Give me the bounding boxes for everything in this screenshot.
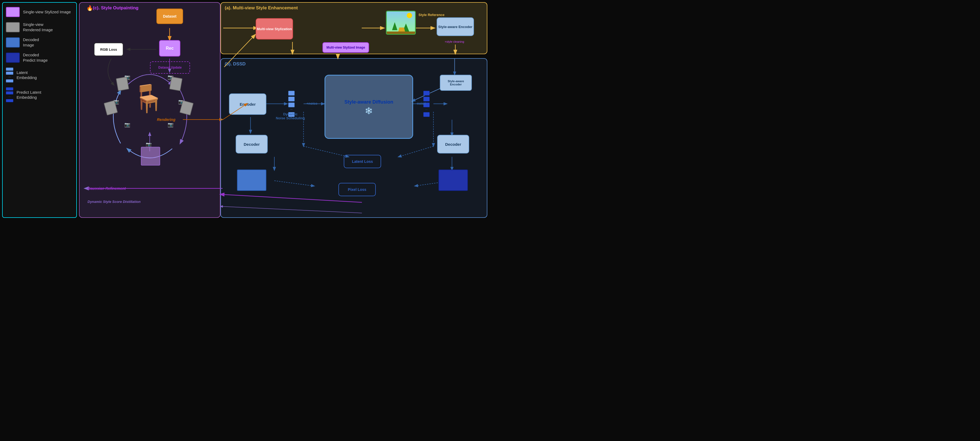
mvsi-box: Multi-view Stylized Image xyxy=(322,42,369,53)
chair-image: 🪑 xyxy=(132,83,165,114)
fire-icon: 🔥 xyxy=(86,5,93,11)
gaussian-splat-box xyxy=(141,147,160,166)
plus-noise-label: +noise xyxy=(306,102,318,105)
legend-panel: Single-view Stylized Image Single-viewRe… xyxy=(2,2,77,218)
legend-label-decoded-predict: DecodedPredict Image xyxy=(23,53,48,63)
dynamic-style-label: Dynamic Style Score Distillation xyxy=(88,200,141,204)
style-ref-image xyxy=(386,11,416,35)
rec-box: Rec xyxy=(159,40,180,57)
legend-color-rendered xyxy=(6,22,20,32)
legend-label-stylized: Single-view Stylized Image xyxy=(23,10,71,15)
pixel-loss-box: Pixel Loss xyxy=(339,183,376,196)
minus-noise-label: -noise xyxy=(416,102,426,105)
gaussian-refinement-label: Gaussian Refinement xyxy=(88,186,126,191)
svg-line-26 xyxy=(304,146,348,157)
legend-label-latent: LatentEmbedding xyxy=(16,70,37,80)
rendered-img-topright xyxy=(169,76,183,91)
rgb-loss-box: RGB Loss xyxy=(94,43,123,56)
decoded-img-box xyxy=(237,169,266,191)
rendering-label: Rendering xyxy=(157,118,175,122)
main-diagram: (c). Style Outpainting 🔥 Dataset Rec RGB… xyxy=(79,2,487,218)
svg-point-12 xyxy=(407,13,412,18)
legend-embed-predict-latent: ··· xyxy=(6,87,13,102)
mvs-box: Multi-view Stylization xyxy=(256,18,293,40)
sae-box: Style-aware Encoder xyxy=(437,18,474,36)
svg-line-29 xyxy=(274,181,314,186)
camera-bottom: 📷 xyxy=(146,142,151,147)
decoder2-box: Decoder xyxy=(437,135,469,153)
section-b-title: (b). DSSD xyxy=(225,61,245,67)
snowflake-icon: ❄️ xyxy=(365,107,373,115)
legend-label-predict-latent: Predict LatentEmbedding xyxy=(16,90,41,100)
sad-box: Style-aware Diffusion ❄️ xyxy=(325,75,413,139)
legend-color-stylized xyxy=(6,7,20,17)
svg-line-28 xyxy=(398,146,433,157)
sae-output-box: Style-awareEncoder xyxy=(440,75,472,91)
section-b: (b). DSSD Encoder ··· +noise DynamicNois… xyxy=(220,58,487,218)
style-ref-label: Style Reference xyxy=(418,13,445,17)
legend-item-stylized: Single-view Stylized Image xyxy=(6,7,73,17)
decoded-predict-img-box xyxy=(439,169,468,191)
legend-label-rendered: Single-viewRendered Image xyxy=(23,22,53,32)
legend-item-predict-latent: ··· Predict LatentEmbedding xyxy=(6,87,73,102)
dataset-update-box: Dataset Update xyxy=(150,61,190,74)
latent-loss-box: Latent Loss xyxy=(344,155,381,168)
decoder1-box: Decoder xyxy=(235,135,268,153)
rendered-img-topleft xyxy=(116,76,129,91)
legend-item-latent: ··· LatentEmbedding xyxy=(6,67,73,83)
camera-bot-right: 📷 xyxy=(168,122,173,127)
svg-rect-16 xyxy=(387,32,416,35)
encoder-box: Encoder xyxy=(229,94,266,115)
legend-item-decoded: DecodedImage xyxy=(6,37,73,48)
dns-label: DynamicNoise Scheduling xyxy=(269,112,312,120)
dataset-box: Dataset xyxy=(156,8,183,24)
camera-bot-left: 📷 xyxy=(124,122,130,127)
legend-embed-latent: ··· xyxy=(6,67,13,83)
section-a-title: (a). Multi-view Style Enhancement xyxy=(225,5,298,11)
legend-item-rendered: Single-viewRendered Image xyxy=(6,22,73,32)
section-a: (a). Multi-view Style Enhancement Multi-… xyxy=(220,2,487,54)
legend-color-decoded-predict xyxy=(6,53,20,63)
legend-color-decoded xyxy=(6,37,20,48)
style-cleaning-label: +style cleaning xyxy=(445,40,464,43)
section-c: (c). Style Outpainting 🔥 Dataset Rec RGB… xyxy=(79,2,220,218)
section-c-title: (c). Style Outpainting xyxy=(93,5,138,11)
legend-label-decoded: DecodedImage xyxy=(23,37,39,48)
legend-item-decoded-predict: DecodedPredict Image xyxy=(6,53,73,63)
sad-label: Style-aware Diffusion xyxy=(344,99,393,105)
